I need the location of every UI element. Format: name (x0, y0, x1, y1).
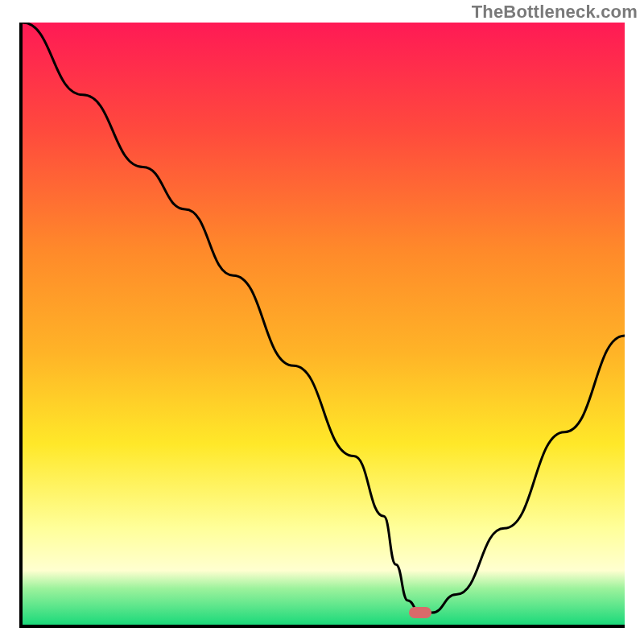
bottleneck-curve (23, 23, 625, 625)
optimum-marker (409, 607, 431, 618)
watermark-text: TheBottleneck.com (472, 2, 638, 23)
plot-area (19, 23, 625, 628)
chart-frame: TheBottleneck.com (0, 0, 644, 644)
